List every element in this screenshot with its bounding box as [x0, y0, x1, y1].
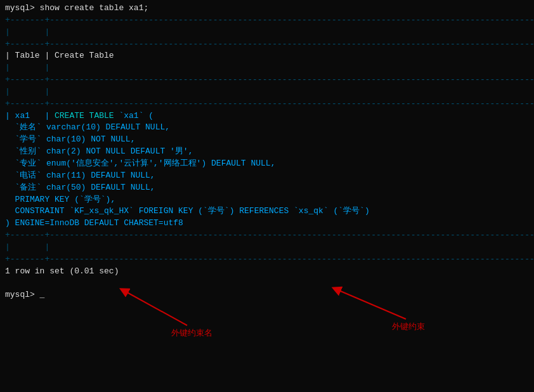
- col-gender: `性别` char(2) NOT NULL DEFAULT '男',: [0, 146, 534, 158]
- sep-bot-2: | |: [0, 242, 534, 254]
- constraint-text: CONSTRAINT `KF_xs_qk_HX` FOREIGN KEY (`学…: [5, 206, 370, 216]
- sep-top-1: +-------+-------------------------------…: [0, 15, 534, 27]
- sep-mid-1: | | |: [0, 62, 534, 74]
- col-note: `备注` char(50) DEFAULT NULL,: [0, 182, 534, 194]
- sep-top-2: | |: [0, 27, 534, 39]
- terminal: mysql> show create table xa1; +-------+-…: [0, 0, 534, 392]
- next-prompt: mysql> _: [0, 289, 534, 301]
- row-count: 1 row in set (0.01 sec): [0, 266, 534, 278]
- sep-top-3: +-------+-------------------------------…: [0, 39, 534, 51]
- constraint-line: CONSTRAINT `KF_xs_qk_HX` FOREIGN KEY (`学…: [0, 206, 534, 218]
- col-id: `学号` char(10) NOT NULL,: [0, 134, 534, 146]
- sep-mid-3: | |: [0, 86, 534, 98]
- sep-bot-3: +-------+-------------------------------…: [0, 254, 534, 266]
- table-header: | Table | Create Table: [0, 50, 534, 62]
- sep-bot-1: +-------+-------------------------------…: [0, 230, 534, 242]
- col-phone: `电话` char(11) DEFAULT NULL,: [0, 170, 534, 182]
- create-table-kw: CREATE TABLE: [55, 111, 119, 121]
- command-line: mysql> show create table xa1;: [0, 3, 534, 15]
- col-major: `专业` enum('信息安全','云计算','网络工程') DEFAULT N…: [0, 158, 534, 170]
- primary-key: PRIMARY KEY (`学号`),: [0, 194, 534, 206]
- data-row-start: | xa1 | CREATE TABLE `xa1` (: [0, 110, 534, 122]
- blank-line: [0, 277, 534, 289]
- label-fk: 外键约束: [392, 321, 425, 332]
- table-name-val: `xa1` (: [119, 111, 153, 121]
- col-name: `姓名` varchar(10) DEFAULT NULL,: [0, 122, 534, 134]
- table-name-cell: | xa1 |: [5, 111, 55, 121]
- sep-mid-4: +-------+-------------------------------…: [0, 98, 534, 110]
- engine-line: ) ENGINE=InnoDB DEFAULT CHARSET=utf8: [0, 218, 534, 230]
- sep-mid-2: +-------+-------------------------------…: [0, 74, 534, 86]
- label-fk-name: 外键约束名: [171, 327, 212, 339]
